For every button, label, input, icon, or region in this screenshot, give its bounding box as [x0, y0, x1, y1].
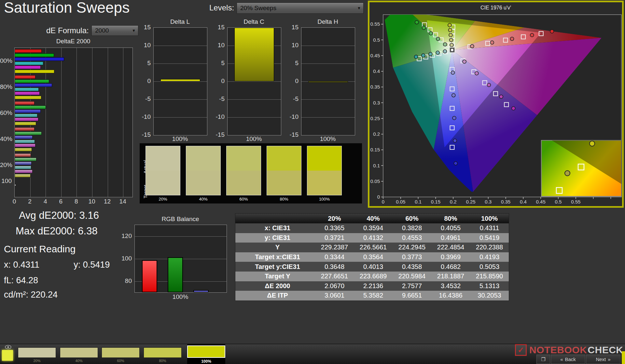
footer-taskbar: ✓ NOTEBOOKCHECK ❐ « Back Next » 20%40%60… [0, 344, 625, 364]
bar-magenta [15, 144, 35, 147]
bar-green [15, 79, 49, 83]
rgb-balance-title: RGB Balance [134, 216, 226, 223]
swatch-label: 100% [307, 197, 342, 202]
table-row-label: Y [235, 243, 315, 252]
table-cell: 226.5661 [354, 243, 393, 252]
svg-text:0.2: 0.2 [373, 131, 380, 137]
table-cell: 0.3344 [315, 252, 354, 262]
saturation-swatch-20%[interactable]: 20% [18, 344, 56, 364]
next-button[interactable]: Next » [586, 355, 620, 364]
rgb-balance-xlabel: 100% [134, 293, 226, 301]
y-tick-label: 15 [136, 24, 151, 31]
y-tick-label: 0 [284, 77, 299, 85]
active-patch-swatch[interactable] [2, 350, 13, 361]
table-cell: 0.5053 [470, 262, 509, 272]
swatch-actual [227, 146, 261, 171]
inset-measured-circle [590, 141, 595, 146]
measured-circle-magenta [475, 72, 479, 75]
y-tick-label: 10 [210, 42, 225, 49]
delta-h-chart [301, 27, 355, 135]
max-de2000-stat: Max dE2000: 6.38 [16, 225, 98, 237]
avg-de2000-value: 3.16 [79, 210, 99, 221]
x-tick-label: 12 [103, 198, 112, 205]
bar-yellow [15, 70, 54, 73]
measured-circle-green [415, 21, 419, 24]
y-tick-label: -10 [136, 113, 151, 120]
saturation-swatch-80%[interactable]: 80% [144, 344, 182, 364]
bar-green [15, 105, 46, 109]
swatch-color [60, 347, 98, 358]
saturation-swatch-40%[interactable]: 40% [60, 344, 98, 364]
table-cell: 0.3564 [354, 252, 393, 262]
measured-circle-blue [454, 161, 457, 165]
swatch-label: 60% [102, 359, 140, 363]
gridline [61, 48, 62, 197]
swatch-target [307, 171, 341, 195]
gridline [154, 46, 207, 46]
saturation-swatch-60%[interactable]: 60% [102, 344, 140, 364]
y-tick-label: 0 [136, 77, 151, 85]
swatch-color [18, 347, 56, 358]
y-label: y: [74, 260, 80, 270]
gridline [154, 117, 207, 118]
delta-l-title: Delta L [153, 18, 207, 25]
y-value: 0.5419 [83, 260, 110, 270]
table-cell: 0.4055 [431, 223, 470, 233]
de-formula-dropdown[interactable]: 2000 ▼ [91, 25, 138, 36]
y-tick-label: -15 [284, 131, 299, 138]
measured-circle-blue [453, 139, 457, 143]
measured-circle-red [490, 41, 494, 44]
table-row-label: y: CIE31 [235, 233, 315, 243]
swatch-actual [267, 146, 301, 171]
table-cell: 0.4682 [431, 262, 470, 272]
table-row-label: Target Y [235, 272, 315, 281]
saturation-swatch-100%[interactable]: 100% [187, 344, 225, 364]
y-tick-label: -15 [210, 131, 225, 138]
svg-text:0.1: 0.1 [415, 199, 422, 204]
svg-text:0.45: 0.45 [536, 199, 546, 204]
chevron-down-icon: ▼ [355, 6, 363, 10]
table-row-label: ΔE ITP [235, 291, 315, 301]
swatch-40% [186, 146, 221, 195]
table-cell: 227.6651 [315, 272, 354, 281]
swatch-20% [146, 146, 180, 195]
delta-c-chart [227, 27, 281, 135]
levels-dropdown[interactable]: 20% Sweeps ▼ [237, 3, 364, 14]
bar-magenta [15, 91, 40, 95]
eye-icon [5, 345, 12, 349]
inset-measured-circle [565, 171, 570, 176]
table-cell: 16.4386 [431, 291, 470, 301]
svg-text:0.25: 0.25 [466, 199, 475, 204]
cdm2-label: cd/m²: [4, 290, 28, 300]
table-header-corner [235, 214, 315, 223]
measured-circle-green [429, 32, 433, 35]
table-cell: 2.7577 [393, 281, 431, 291]
table-cell: 3.4532 [431, 281, 470, 291]
back-button[interactable]: « Back [551, 355, 585, 364]
x-tick-label: 4 [40, 198, 50, 205]
table-cell: 218.1887 [431, 272, 470, 281]
svg-text:0.4: 0.4 [373, 68, 380, 74]
bar-green [15, 53, 54, 57]
measured-circle-cyan [422, 54, 425, 57]
logo-notebook-text: NOTEBOOK [529, 344, 587, 356]
svg-text:0.35: 0.35 [501, 199, 510, 204]
group-label: 20% [0, 161, 12, 169]
bar-blue [15, 57, 64, 61]
y-tick-label: 5 [210, 60, 225, 67]
delta-c-xlabel: 100% [227, 135, 281, 143]
group-label: 60% [0, 109, 12, 117]
cdm2-value: 220.24 [31, 290, 58, 300]
y-tick-label: 120 [117, 232, 132, 240]
measured-circle-cyan [429, 52, 432, 56]
table-cell: 0.5419 [470, 233, 509, 243]
swatch-60% [226, 146, 261, 195]
white-point-circle [451, 48, 454, 51]
window-mode-button[interactable]: ❐ [536, 355, 550, 364]
table-cell: 5.3582 [354, 291, 393, 301]
avg-de2000-stat: Avg dE2000: 3.16 [19, 210, 99, 221]
swatch-actual [186, 146, 220, 171]
svg-text:0.55: 0.55 [571, 199, 580, 204]
table-cell: 0.3648 [315, 262, 354, 272]
measurement-table: 20%40%60%80%100%x: CIE310.33650.35940.38… [235, 213, 509, 301]
